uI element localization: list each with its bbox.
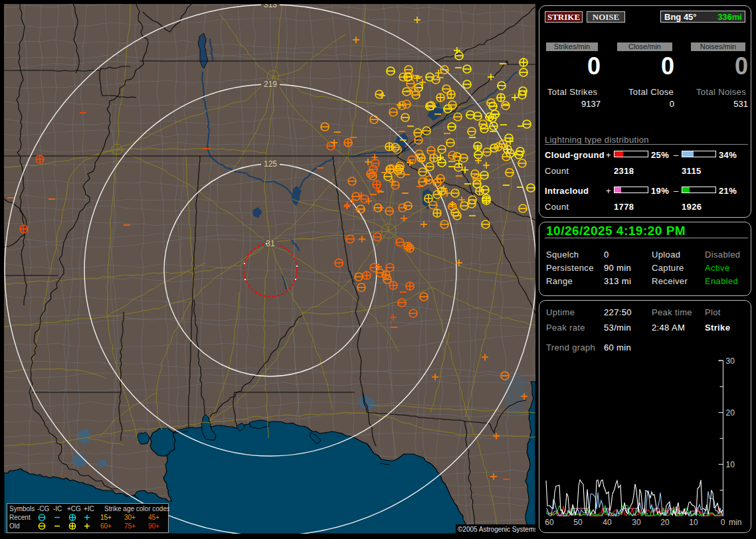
svg-text:45+: 45+ — [148, 514, 159, 521]
svg-text:-CG: -CG — [37, 505, 50, 512]
svg-text:Old: Old — [9, 522, 20, 530]
svg-text:©2005 Astrogenic Systems: ©2005 Astrogenic Systems — [458, 526, 537, 533]
svg-text:Symbols: Symbols — [9, 505, 35, 512]
svg-text:31: 31 — [266, 239, 275, 248]
svg-text:Strike age color codes: Strike age color codes — [104, 505, 169, 512]
svg-text:313: 313 — [264, 0, 277, 9]
svg-text:125: 125 — [264, 159, 277, 169]
svg-text:+CG: +CG — [67, 505, 81, 512]
svg-text:+IC: +IC — [84, 505, 94, 512]
svg-text:30+: 30+ — [124, 514, 136, 521]
svg-text:75+: 75+ — [124, 522, 136, 530]
svg-text:Recent: Recent — [9, 514, 31, 521]
svg-text:219: 219 — [264, 80, 277, 89]
svg-text:-IC: -IC — [53, 505, 62, 512]
svg-text:15+: 15+ — [100, 514, 112, 521]
svg-text:60+: 60+ — [100, 522, 112, 530]
svg-text:90+: 90+ — [148, 522, 159, 530]
